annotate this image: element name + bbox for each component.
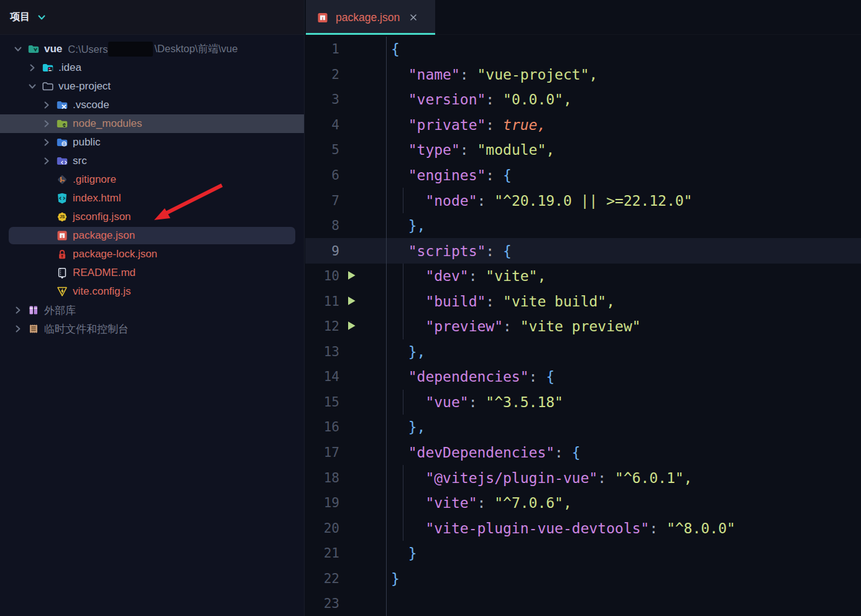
chevron-down-icon[interactable] — [35, 11, 48, 24]
code-token — [391, 318, 425, 334]
code-token: , — [537, 268, 546, 284]
tree-item-package-lock-json[interactable]: package-lock.json — [0, 245, 304, 264]
tree-item-临时文件和控制台[interactable]: 临时文件和控制台 — [0, 319, 304, 338]
code-token: "build" — [425, 293, 486, 310]
code-token: : — [649, 520, 666, 536]
run-glyph — [345, 295, 357, 307]
code-line-15[interactable]: 15 "vue": "^3.5.18" — [305, 390, 861, 415]
tree-item-index-html[interactable]: index.html — [0, 189, 304, 208]
code-line-12[interactable]: 12 "preview": "vite preview" — [305, 314, 861, 339]
folder-vscode-icon — [56, 99, 68, 111]
run-script-icon[interactable] — [345, 269, 361, 283]
tree-item-node-modules[interactable]: node_modules — [0, 114, 304, 133]
tab-package-json[interactable]: package.json — [306, 0, 435, 35]
line-number: 3 — [305, 92, 339, 107]
code-line-6[interactable]: 6 "engines": { — [305, 163, 861, 188]
tree-item-jsconfig-json[interactable]: jsconfig.json — [0, 208, 304, 226]
tree-item-label: index.html — [73, 192, 121, 205]
chevron-down-icon[interactable] — [27, 80, 42, 93]
code-line-5[interactable]: 5 "type": "module", — [305, 137, 861, 163]
folder-idea-icon — [42, 62, 54, 74]
tab-close-icon[interactable] — [408, 12, 419, 23]
code-line-23[interactable]: 23 — [305, 591, 861, 616]
code-line-9[interactable]: 9 "scripts": { — [305, 238, 861, 264]
folder-plain-icon — [42, 80, 54, 93]
code-line-1[interactable]: 1{ — [305, 37, 861, 62]
code-text[interactable]: "version": "0.0.0", — [386, 87, 861, 113]
code-token: : — [486, 293, 503, 310]
tree-item-idea[interactable]: .idea — [0, 58, 304, 77]
gutter-spacer — [345, 420, 361, 434]
code-line-10[interactable]: 10 "dev": "vite", — [305, 264, 861, 289]
code-line-21[interactable]: 21 } — [305, 541, 861, 566]
chevron-down-icon[interactable] — [12, 43, 27, 55]
code-line-13[interactable]: 13 }, — [305, 339, 861, 365]
code-token — [391, 444, 408, 461]
tree-item-package-json[interactable]: package.json — [0, 226, 304, 245]
code-line-14[interactable]: 14 "dependencies": { — [305, 364, 861, 390]
tree-item-vue-project[interactable]: vue-project — [0, 77, 304, 96]
code-text[interactable]: "dev": "vite", — [386, 264, 861, 289]
code-text[interactable]: }, — [386, 415, 861, 440]
tree-item-readme-md[interactable]: README.md — [0, 264, 304, 282]
code-line-3[interactable]: 3 "version": "0.0.0", — [305, 87, 861, 113]
code-line-22[interactable]: 22} — [305, 566, 861, 591]
gutter: 12 — [305, 314, 386, 339]
code-line-19[interactable]: 19 "vite": "^7.0.6", — [305, 490, 861, 516]
code-line-18[interactable]: 18 "@vitejs/plugin-vue": "^6.0.1", — [305, 465, 861, 490]
code-text[interactable]: }, — [386, 213, 861, 239]
tree-item-vscode[interactable]: .vscode — [0, 96, 304, 114]
code-text[interactable] — [386, 591, 861, 616]
tree-item-外部库[interactable]: 外部库 — [0, 301, 304, 319]
code-line-4[interactable]: 4 "private": true, — [305, 113, 861, 138]
chevron-down-glyph — [12, 43, 24, 55]
code-token: "^3.5.18" — [486, 394, 563, 410]
code-text[interactable]: }, — [386, 339, 861, 365]
line-number: 16 — [305, 420, 339, 434]
code-text[interactable]: "dependencies": { — [386, 364, 861, 390]
tree-item-public[interactable]: public — [0, 133, 304, 152]
tree-item-vue[interactable]: vueC:\Users\Desktop\前端\vue — [0, 40, 304, 58]
chevron-right-icon[interactable] — [12, 323, 27, 335]
code-line-20[interactable]: 20 "vite-plugin-vue-devtools": "^8.0.0" — [305, 515, 861, 541]
code-text[interactable]: "preview": "vite preview" — [386, 314, 861, 339]
chevron-right-icon[interactable] — [41, 136, 56, 149]
code-text[interactable]: "node": "^20.19.0 || >=22.12.0" — [386, 188, 861, 213]
code-text[interactable]: { — [386, 37, 861, 62]
run-script-icon[interactable] — [345, 319, 361, 333]
code-line-2[interactable]: 2 "name": "vue-project", — [305, 62, 861, 88]
code-text[interactable]: } — [386, 566, 861, 591]
code-text[interactable]: "vite": "^7.0.6", — [386, 490, 861, 516]
tab-label: package.json — [336, 11, 400, 24]
code-line-17[interactable]: 17 "devDependencies": { — [305, 440, 861, 466]
chevron-right-icon[interactable] — [27, 62, 42, 74]
code-text[interactable]: "name": "vue-project", — [386, 62, 861, 88]
tree-item-src[interactable]: src — [0, 152, 304, 170]
code-area[interactable]: 1{2 "name": "vue-project",3 "version": "… — [305, 35, 861, 616]
code-text[interactable]: "private": true, — [386, 113, 861, 138]
code-text[interactable]: "vue": "^3.5.18" — [386, 390, 861, 415]
code-token — [391, 117, 408, 133]
project-panel-header[interactable]: 项目 — [0, 0, 304, 35]
code-line-8[interactable]: 8 }, — [305, 213, 861, 239]
code-text[interactable]: "devDependencies": { — [386, 440, 861, 466]
code-text[interactable]: "@vitejs/plugin-vue": "^6.0.1", — [386, 465, 861, 490]
code-text[interactable]: "build": "vite build", — [386, 288, 861, 314]
chevron-right-icon[interactable] — [41, 117, 56, 130]
code-token: } — [408, 344, 417, 360]
code-text[interactable]: "engines": { — [386, 163, 861, 188]
chevron-right-icon[interactable] — [41, 99, 56, 111]
code-line-11[interactable]: 11 "build": "vite build", — [305, 288, 861, 314]
code-text[interactable]: "type": "module", — [386, 137, 861, 163]
tree-item-gitignore[interactable]: .gitignore — [0, 170, 304, 189]
gutter-spacer — [345, 168, 361, 182]
code-text[interactable]: } — [386, 541, 861, 566]
run-script-icon[interactable] — [345, 295, 361, 308]
code-text[interactable]: "scripts": { — [386, 238, 861, 264]
tree-item-vite-config-js[interactable]: vite.config.js — [0, 282, 304, 301]
code-text[interactable]: "vite-plugin-vue-devtools": "^8.0.0" — [386, 515, 861, 541]
chevron-right-icon[interactable] — [12, 304, 27, 316]
chevron-right-icon[interactable] — [41, 155, 56, 167]
code-line-7[interactable]: 7 "node": "^20.19.0 || >=22.12.0" — [305, 188, 861, 213]
code-line-16[interactable]: 16 }, — [305, 415, 861, 440]
